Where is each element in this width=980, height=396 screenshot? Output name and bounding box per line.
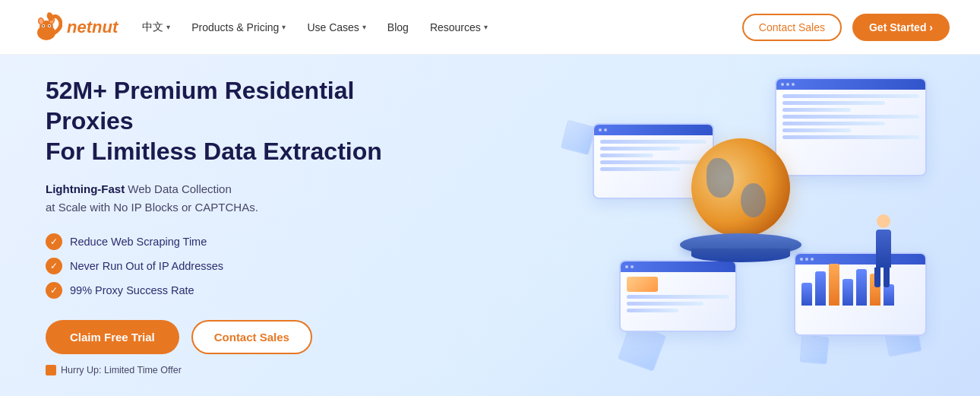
screen-bottom-left-content bbox=[621, 272, 735, 317]
navbar: netnut 中文 ▾ Products & Pricing ▾ Use Cas… bbox=[0, 0, 980, 55]
screen-main-bar bbox=[776, 79, 925, 90]
nav-lang-label: 中文 bbox=[142, 21, 163, 34]
nav-resources-label: Resources bbox=[430, 21, 481, 33]
screen-line bbox=[627, 295, 729, 299]
person-figure bbox=[874, 214, 893, 287]
navbar-left: netnut 中文 ▾ Products & Pricing ▾ Use Cas… bbox=[30, 11, 488, 43]
figure-leg-right bbox=[884, 268, 890, 287]
contact-sales-nav-button[interactable]: Contact Sales bbox=[742, 14, 842, 41]
screen-dot bbox=[625, 265, 628, 268]
screen-bottom-right bbox=[794, 252, 927, 336]
screen-line bbox=[782, 101, 885, 105]
screen-line bbox=[782, 94, 919, 98]
figure-head bbox=[877, 214, 890, 228]
screen-line bbox=[782, 128, 851, 132]
screen-line bbox=[782, 115, 919, 119]
screen-main bbox=[775, 78, 927, 176]
cube-4 bbox=[799, 334, 829, 364]
screen-line bbox=[627, 309, 678, 312]
figure-leg-left bbox=[874, 268, 880, 287]
nav-resources[interactable]: Resources ▾ bbox=[430, 21, 488, 33]
chart-bar bbox=[801, 283, 812, 306]
hero-title-line2: For Limitless Data Extraction bbox=[46, 138, 382, 165]
globe-illustration bbox=[691, 138, 790, 237]
check-icon-1: ✓ bbox=[46, 233, 62, 250]
chart-bar-highlight bbox=[829, 264, 839, 306]
hero-title-line1: 52M+ Premium Residential Proxies bbox=[46, 77, 354, 135]
screen-bottom-left bbox=[619, 260, 737, 332]
screen-line bbox=[600, 140, 707, 144]
check-icon-3: ✓ bbox=[46, 282, 62, 299]
hero-buttons: Claim Free Trial Contact Sales bbox=[46, 320, 441, 354]
hero-illustration bbox=[532, 62, 957, 389]
screen-dot bbox=[800, 258, 803, 261]
screen-line bbox=[627, 277, 658, 292]
screen-line bbox=[782, 108, 851, 112]
chart-bar bbox=[884, 284, 894, 306]
screen-line bbox=[782, 122, 885, 125]
screen-main-content bbox=[776, 90, 925, 144]
logo-squirrel-icon bbox=[30, 11, 62, 43]
logo-text: netnut bbox=[67, 17, 118, 37]
resources-chevron-icon: ▾ bbox=[484, 23, 488, 31]
screen-dot bbox=[792, 83, 795, 86]
navbar-right: Contact Sales Get Started › bbox=[742, 14, 950, 41]
nav-use-cases-label: Use Cases bbox=[307, 21, 359, 33]
nav-products-label: Products & Pricing bbox=[191, 21, 279, 33]
screen-line bbox=[600, 147, 680, 150]
feature-text-3: 99% Proxy Success Rate bbox=[70, 284, 194, 296]
feature-item-1: ✓ Reduce Web Scraping Time bbox=[46, 233, 441, 250]
screen-dot bbox=[599, 128, 602, 131]
globe-base-bottom bbox=[691, 249, 790, 262]
hero-content: 52M+ Premium Residential Proxies For Lim… bbox=[46, 75, 441, 375]
feature-text-1: Reduce Web Scraping Time bbox=[70, 236, 207, 248]
claim-free-trial-button[interactable]: Claim Free Trial bbox=[46, 320, 179, 354]
nav-blog-label: Blog bbox=[387, 21, 409, 33]
use-cases-chevron-icon: ▾ bbox=[362, 23, 366, 31]
feature-text-2: Never Run Out of IP Addresses bbox=[70, 260, 223, 272]
figure-body bbox=[876, 230, 891, 268]
feature-item-2: ✓ Never Run Out of IP Addresses bbox=[46, 258, 441, 274]
screen-bottom-right-bar bbox=[795, 254, 925, 265]
svg-point-5 bbox=[49, 25, 50, 27]
offer-text-label: Hurry Up: Limited Time Offer bbox=[61, 365, 182, 375]
offer-icon bbox=[46, 365, 56, 375]
get-started-button[interactable]: Get Started › bbox=[852, 14, 950, 41]
offer-notice: Hurry Up: Limited Time Offer bbox=[46, 365, 441, 375]
screen-line bbox=[600, 154, 653, 157]
figure-legs bbox=[874, 268, 893, 287]
screen-dot bbox=[786, 83, 789, 86]
screen-line bbox=[600, 160, 707, 164]
chart-bar bbox=[815, 271, 826, 306]
screen-dot bbox=[631, 265, 634, 268]
screen-dot bbox=[805, 258, 808, 261]
nav-links: 中文 ▾ Products & Pricing ▾ Use Cases ▾ Bl… bbox=[142, 21, 488, 34]
nav-blog[interactable]: Blog bbox=[387, 21, 409, 33]
screen-left-bar bbox=[594, 125, 713, 135]
chart-bars bbox=[795, 265, 925, 310]
svg-point-4 bbox=[43, 25, 44, 27]
screen-bottom-left-bar bbox=[621, 261, 735, 272]
logo[interactable]: netnut bbox=[30, 11, 118, 43]
lang-chevron-icon: ▾ bbox=[166, 23, 170, 31]
nav-products[interactable]: Products & Pricing ▾ bbox=[191, 21, 286, 33]
chart-bar bbox=[842, 279, 853, 306]
feature-item-3: ✓ 99% Proxy Success Rate bbox=[46, 282, 441, 299]
screen-dot bbox=[604, 128, 607, 131]
hero-features-list: ✓ Reduce Web Scraping Time ✓ Never Run O… bbox=[46, 233, 441, 299]
nav-use-cases[interactable]: Use Cases ▾ bbox=[307, 21, 365, 33]
hero-subtitle-bold: Lightning-Fast bbox=[46, 182, 125, 195]
check-icon-2: ✓ bbox=[46, 258, 62, 274]
screen-line bbox=[627, 302, 703, 306]
screen-line bbox=[782, 135, 919, 139]
cube-1 bbox=[561, 120, 596, 156]
screen-dot bbox=[781, 83, 784, 86]
hero-subtitle: Lightning-Fast Web Data Collectionat Sca… bbox=[46, 180, 441, 217]
hero-section: 52M+ Premium Residential Proxies For Lim… bbox=[0, 55, 980, 396]
contact-sales-hero-button[interactable]: Contact Sales bbox=[191, 320, 312, 354]
hero-title: 52M+ Premium Residential Proxies For Lim… bbox=[46, 75, 441, 166]
chart-bar bbox=[856, 269, 867, 306]
products-chevron-icon: ▾ bbox=[282, 23, 286, 31]
screen-dot bbox=[811, 258, 814, 261]
nav-lang[interactable]: 中文 ▾ bbox=[142, 21, 170, 34]
